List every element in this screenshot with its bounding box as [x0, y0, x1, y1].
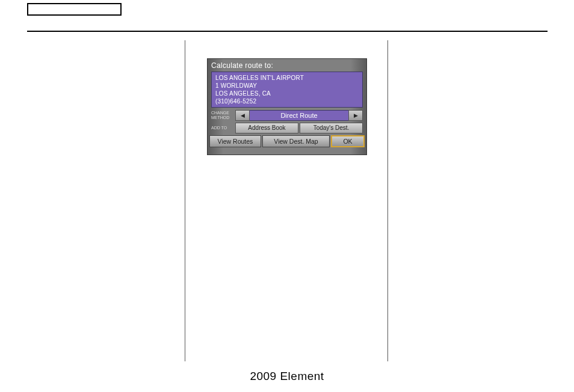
chevron-left-icon: ◀ — [241, 112, 245, 118]
footer-text: 2009 Element — [0, 370, 574, 383]
add-to-row: ADD TO Address Book Today's Dest. — [211, 123, 363, 133]
change-method-row: CHANGE METHOD ◀ Direct Route ▶ — [211, 110, 363, 121]
view-routes-button[interactable]: View Routes — [209, 135, 261, 147]
dest-street: 1 WORLDWAY — [215, 82, 359, 90]
navigation-screenshot: Calculate route to: LOS ANGELES INT'L AI… — [207, 58, 367, 155]
route-method-display: Direct Route — [250, 110, 348, 121]
add-to-text: ADD TO — [211, 126, 227, 130]
method-prev-button[interactable]: ◀ — [235, 110, 250, 121]
view-dest-map-button[interactable]: View Dest. Map — [262, 135, 330, 147]
dest-name: LOS ANGELES INT'L AIRPORT — [215, 74, 359, 82]
address-book-button[interactable]: Address Book — [235, 123, 298, 133]
method-next-button[interactable]: ▶ — [348, 110, 363, 121]
add-to-label: ADD TO — [211, 123, 235, 133]
label-line2: METHOD — [211, 115, 235, 120]
dest-city: LOS ANGELES, CA — [215, 90, 359, 97]
horizontal-rule — [27, 31, 548, 32]
chevron-right-icon: ▶ — [354, 112, 358, 118]
todays-dest-button[interactable]: Today's Dest. — [300, 123, 363, 133]
ok-button[interactable]: OK — [331, 135, 365, 147]
change-method-label: CHANGE METHOD — [211, 110, 235, 121]
destination-panel: LOS ANGELES INT'L AIRPORT 1 WORLDWAY LOS… — [211, 72, 363, 108]
label-line1: CHANGE — [211, 111, 235, 115]
dest-phone: (310)646-5252 — [215, 97, 359, 105]
header-box — [27, 3, 122, 16]
bottom-button-row: View Routes View Dest. Map OK — [209, 135, 365, 147]
nav-title: Calculate route to: — [208, 59, 366, 72]
